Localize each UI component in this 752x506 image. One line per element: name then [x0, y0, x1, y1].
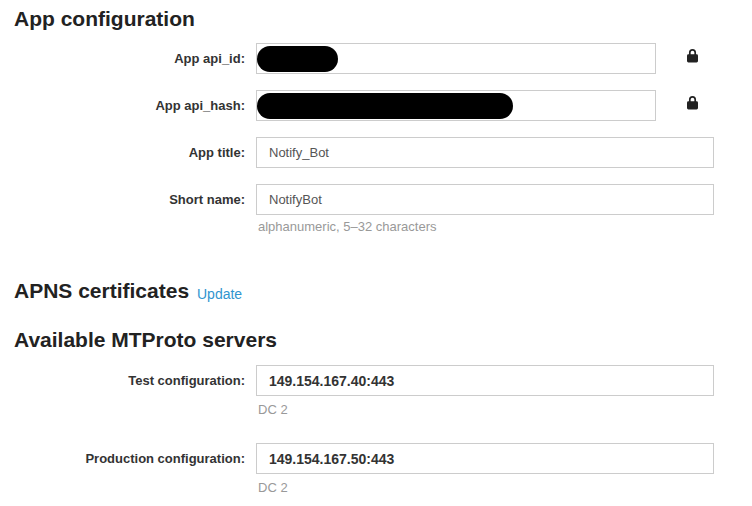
short-name-label: Short name: — [0, 184, 245, 215]
production-configuration-dc-text: DC 2 — [258, 480, 288, 495]
form-row-short-name: Short name: — [0, 184, 752, 215]
form-row-production-configuration: Production configuration: — [0, 443, 752, 474]
app-configuration-page: App configuration App api_id: App api_ha… — [0, 0, 752, 506]
short-name-helper-text: alphanumeric, 5–32 characters — [258, 219, 437, 234]
app-title-input[interactable] — [256, 137, 714, 168]
short-name-input[interactable] — [256, 184, 714, 215]
app-title-label: App title: — [0, 137, 245, 168]
form-row-test-configuration: Test configuration: — [0, 365, 752, 396]
page-title: App configuration — [14, 7, 195, 31]
api-id-label: App api_id: — [0, 43, 245, 74]
lock-icon — [686, 48, 699, 63]
form-row-app-title: App title: — [0, 137, 752, 168]
api-id-redaction-overlay — [257, 46, 338, 72]
section-heading-mtproto-servers: Available MTProto servers — [14, 328, 277, 352]
api-hash-label: App api_hash: — [0, 90, 245, 121]
test-configuration-label: Test configuration: — [0, 365, 245, 396]
lock-icon — [686, 95, 699, 110]
test-configuration-dc-text: DC 2 — [258, 402, 288, 417]
section-heading-apns-certificates: APNS certificates — [14, 279, 189, 303]
production-configuration-input[interactable] — [256, 443, 714, 474]
apns-update-link[interactable]: Update — [197, 286, 242, 302]
production-configuration-label: Production configuration: — [0, 443, 245, 474]
test-configuration-input[interactable] — [256, 365, 714, 396]
form-row-api-id: App api_id: — [0, 43, 752, 74]
api-hash-redaction-overlay — [257, 93, 513, 119]
